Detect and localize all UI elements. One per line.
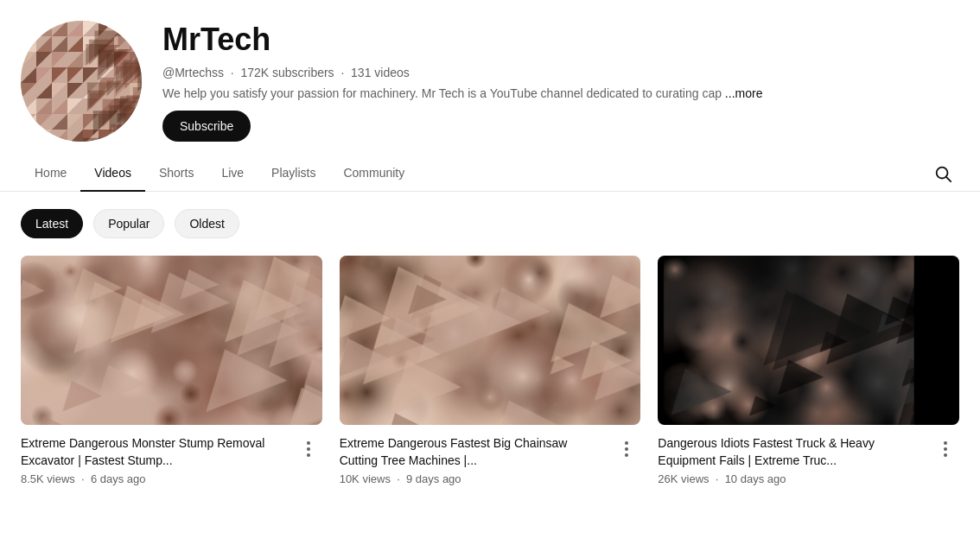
video-title-1: Extreme Dangerous Monster Stump Removal …	[21, 435, 288, 469]
channel-header: MrTech @Mrtechss · 172K subscribers · 13…	[0, 0, 980, 155]
video-stats-2: 10K views · 9 days ago	[340, 472, 607, 485]
three-dots-icon-2	[625, 441, 628, 457]
video-card-3[interactable]: ⋮ Dangerous Idiots Fastest Truck & Heavy…	[658, 256, 959, 485]
filter-latest[interactable]: Latest	[21, 209, 83, 238]
filter-popular[interactable]: Popular	[93, 209, 164, 238]
video-thumbnail-1: ⋮	[21, 256, 322, 425]
tab-community[interactable]: Community	[329, 155, 418, 192]
filter-row: Latest Popular Oldest	[0, 192, 980, 256]
channel-videos: 131 videos	[351, 66, 410, 79]
tab-playlists[interactable]: Playlists	[258, 155, 329, 192]
video-card-1[interactable]: ⋮ Extreme Dangerous Monster Stump Remova…	[21, 256, 322, 485]
tab-live[interactable]: Live	[207, 155, 258, 192]
video-info-3: Dangerous Idiots Fastest Truck & Heavy E…	[658, 435, 959, 485]
video-more-button-1[interactable]	[295, 435, 322, 463]
tab-shorts[interactable]: Shorts	[145, 155, 207, 192]
three-dots-icon-3	[944, 441, 947, 457]
video-more-button-3[interactable]	[932, 435, 959, 463]
nav-tabs: Home Videos Shorts Live Playlists Commun…	[0, 155, 980, 192]
video-stats-1: 8.5K views · 6 days ago	[21, 472, 288, 485]
tab-videos[interactable]: Videos	[80, 155, 145, 192]
video-stats-3: 26K views · 10 days ago	[658, 472, 925, 485]
tab-home[interactable]: Home	[21, 155, 80, 192]
video-thumbnail-3: ⋮	[658, 256, 959, 425]
video-details-3: Dangerous Idiots Fastest Truck & Heavy E…	[658, 435, 925, 485]
channel-info: MrTech @Mrtechss · 172K subscribers · 13…	[162, 21, 959, 141]
video-grid: ⋮ Extreme Dangerous Monster Stump Remova…	[0, 256, 980, 506]
channel-name: MrTech	[162, 21, 959, 58]
video-info-2: Extreme Dangerous Fastest Big Chainsaw C…	[340, 435, 641, 485]
video-details-2: Extreme Dangerous Fastest Big Chainsaw C…	[340, 435, 607, 485]
video-title-3: Dangerous Idiots Fastest Truck & Heavy E…	[658, 435, 925, 469]
video-details-1: Extreme Dangerous Monster Stump Removal …	[21, 435, 288, 485]
search-button[interactable]	[926, 157, 959, 190]
channel-avatar	[21, 21, 142, 142]
three-dots-icon-1	[307, 441, 310, 457]
video-more-button-2[interactable]	[613, 435, 640, 463]
subscribe-button[interactable]: Subscribe	[162, 111, 251, 142]
channel-meta: @Mrtechss · 172K subscribers · 131 video…	[162, 66, 959, 79]
video-info-1: Extreme Dangerous Monster Stump Removal …	[21, 435, 322, 485]
filter-oldest[interactable]: Oldest	[175, 209, 239, 238]
description-more-link[interactable]: ...more	[725, 86, 763, 100]
channel-description: We help you satisfy your passion for mac…	[162, 86, 767, 100]
search-icon	[933, 164, 952, 183]
video-title-2: Extreme Dangerous Fastest Big Chainsaw C…	[340, 435, 607, 469]
video-card-2[interactable]: ⋮ Extreme Dangerous Fastest Big Chainsaw…	[340, 256, 641, 485]
svg-line-1	[946, 177, 951, 181]
video-thumbnail-2: ⋮	[340, 256, 641, 425]
channel-handle: @Mrtechss	[162, 66, 224, 79]
channel-subscribers: 172K subscribers	[240, 66, 334, 79]
